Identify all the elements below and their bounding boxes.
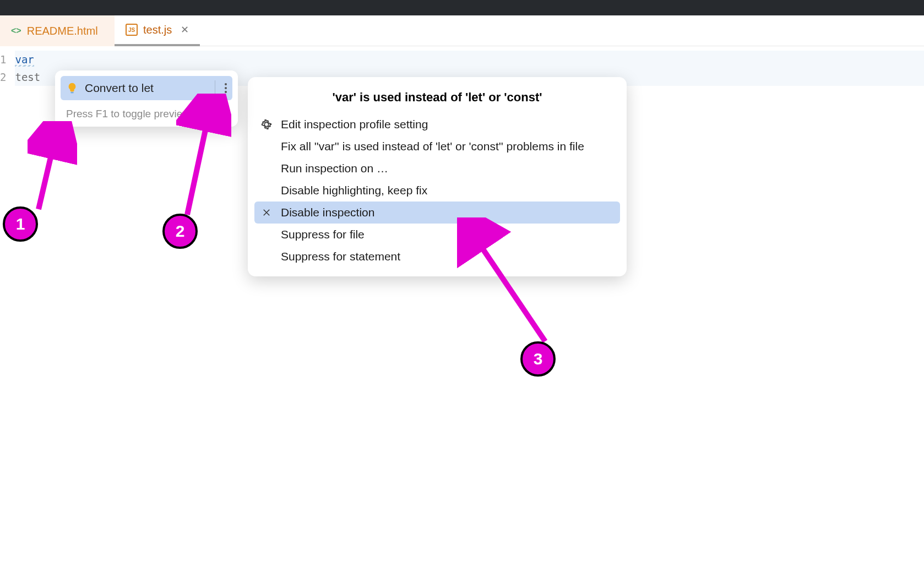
annotation-badge-2: 2 xyxy=(162,214,198,249)
svg-line-1 xyxy=(39,127,58,209)
submenu-item-fix-all[interactable]: Fix all ''var'' is used instead of 'let'… xyxy=(254,135,620,157)
identifier-test: test xyxy=(15,71,40,83)
inspection-submenu: 'var' is used instead of 'let' or 'const… xyxy=(248,77,627,276)
intention-action-label: Convert to let xyxy=(85,81,154,95)
annotation-badge-3: 3 xyxy=(520,341,556,377)
annotation-badge-1: 1 xyxy=(3,206,38,242)
line-number-1: 1 xyxy=(0,51,6,68)
submenu-item-disable-highlighting[interactable]: Disable highlighting, keep fix xyxy=(254,179,620,202)
submenu-item-label: Suppress for file xyxy=(281,228,365,241)
annotation-arrow-2 xyxy=(176,94,231,220)
submenu-item-label: Suppress for statement xyxy=(281,250,400,263)
js-icon: JS xyxy=(126,24,138,36)
close-icon[interactable]: ✕ xyxy=(181,24,189,36)
tab-active-label: test.js xyxy=(143,24,172,36)
annotation-arrow-3 xyxy=(457,217,567,350)
html-icon: <> xyxy=(11,26,21,36)
tab-test-js[interactable]: JS test.js ✕ xyxy=(115,15,200,46)
submenu-item-label: Fix all ''var'' is used instead of 'let'… xyxy=(281,140,584,153)
lightbulb-icon xyxy=(66,82,78,94)
submenu-item-run-inspection[interactable]: Run inspection on … xyxy=(254,157,620,179)
submenu-item-label: Disable inspection xyxy=(281,206,374,219)
submenu-item-label: Disable highlighting, keep fix xyxy=(281,184,427,197)
gutter: 1 2 xyxy=(0,46,15,104)
tab-strip: <> README.html JS test.js ✕ xyxy=(0,15,924,46)
keyword-var: var xyxy=(15,53,34,66)
inspection-submenu-title: 'var' is used instead of 'let' or 'const… xyxy=(254,86,620,113)
top-bar xyxy=(0,0,924,15)
tab-readme-label: README.html xyxy=(27,25,98,37)
gear-icon xyxy=(259,118,274,130)
submenu-item-edit-profile[interactable]: Edit inspection profile setting xyxy=(254,113,620,135)
tab-readme[interactable]: <> README.html xyxy=(0,15,115,46)
submenu-item-label: Run inspection on … xyxy=(281,162,388,175)
svg-line-2 xyxy=(187,99,212,215)
close-x-icon xyxy=(259,208,274,217)
svg-rect-0 xyxy=(70,92,74,93)
submenu-item-label: Edit inspection profile setting xyxy=(281,118,428,131)
line-number-2: 2 xyxy=(0,68,6,86)
svg-line-3 xyxy=(465,223,545,341)
annotation-arrow-1 xyxy=(28,121,77,215)
